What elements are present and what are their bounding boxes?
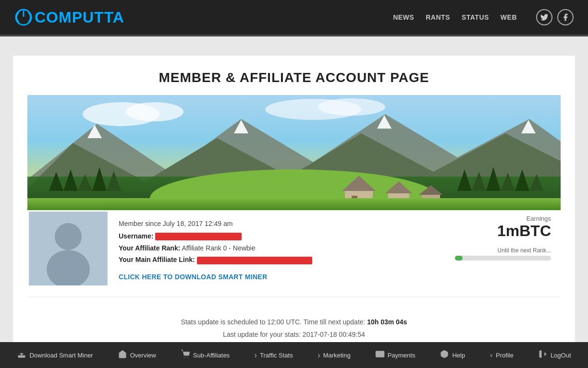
social-icons — [536, 9, 574, 25]
rank-progress-fill — [455, 256, 463, 261]
stats-schedule-text: Stats update is scheduled to 12:00 UTC. … — [181, 318, 366, 326]
svg-point-4 — [126, 102, 184, 121]
affiliate-rank-row: Your Affiliate Rank: Affiliate Rank 0 - … — [119, 244, 436, 252]
svg-point-6 — [318, 98, 385, 116]
chevron-down-icon: ∨ — [490, 353, 493, 358]
nav-web[interactable]: WEB — [501, 13, 517, 21]
banner — [27, 95, 561, 210]
header: COMPUTTA NEWS RANTS STATUS WEB — [0, 0, 588, 35]
svg-point-39 — [184, 357, 184, 358]
svg-point-35 — [55, 223, 82, 250]
bottom-nav: Download Smart Miner Overview Sub-Affili… — [0, 342, 588, 368]
username-redacted — [155, 233, 242, 240]
affiliate-link-redacted — [197, 257, 312, 264]
avatar — [27, 210, 109, 287]
last-update: Last update for your stats: 2017-07-18 0… — [27, 331, 561, 338]
affiliate-link-label: Your Main Affiliate Link: — [119, 256, 195, 263]
earnings-label: Earnings — [455, 215, 551, 222]
earnings-value: 1mBTC — [455, 222, 551, 240]
bottom-nav-overview-label: Overview — [130, 352, 156, 359]
svg-rect-1 — [23, 11, 24, 17]
username-row: Username: — [119, 232, 436, 240]
bottom-nav-logout-label: LogOut — [551, 352, 571, 359]
home-icon — [118, 349, 127, 361]
marketing-icon: › — [318, 350, 320, 360]
facebook-icon[interactable] — [557, 9, 574, 25]
twitter-icon[interactable] — [536, 9, 552, 25]
profile-info: Member since July 18, 2017 12:49 am User… — [109, 210, 445, 281]
nav-news[interactable]: NEWS — [393, 13, 414, 21]
rank-label: Until the next Rank... — [455, 247, 551, 254]
svg-rect-33 — [27, 198, 561, 210]
bottom-nav-payments[interactable]: Payments — [371, 349, 419, 361]
bottom-nav-help-label: Help — [452, 352, 465, 359]
bottom-nav-marketing-label: Marketing — [323, 352, 351, 359]
main-content: MEMBER & AFFILIATE ACCOUNT PAGE — [13, 56, 575, 353]
bottom-nav-help[interactable]: Help — [436, 349, 469, 361]
stats-update: Stats update is scheduled to 12:00 UTC. … — [27, 313, 561, 331]
nav-status[interactable]: STATUS — [462, 13, 489, 21]
bottom-nav-traffic-label: Traffic Stats — [260, 352, 293, 359]
bottom-nav-marketing[interactable]: › Marketing — [314, 350, 355, 360]
logout-icon — [538, 349, 548, 361]
affiliate-rank-value: Affiliate Rank 0 - Newbie — [182, 244, 255, 252]
bottom-nav-logout[interactable]: LogOut — [534, 349, 575, 361]
earnings-panel: Earnings 1mBTC Until the next Rank... — [445, 210, 561, 265]
download-smart-miner-link[interactable]: CLICK HERE TO DOWNLOAD SMART MINER — [119, 273, 267, 281]
download-icon — [17, 349, 26, 361]
bottom-nav-sub-affiliates[interactable]: Sub-Affiliates — [177, 349, 233, 361]
header-nav: NEWS RANTS STATUS WEB — [393, 9, 574, 25]
rank-progress-bar — [455, 256, 551, 261]
bottom-nav-sub-affiliates-label: Sub-Affiliates — [193, 352, 230, 359]
affiliate-rank-label: Your Affiliate Rank: — [119, 244, 180, 252]
member-since: Member since July 18, 2017 12:49 am — [119, 220, 436, 227]
help-icon — [440, 349, 449, 361]
bottom-nav-download-label: Download Smart Miner — [29, 352, 93, 359]
affiliate-link-row: Your Main Affiliate Link: — [119, 256, 436, 264]
logo-text: COMPUTTA — [35, 9, 124, 26]
svg-rect-40 — [375, 351, 384, 357]
bottom-nav-traffic-stats[interactable]: › Traffic Stats — [250, 350, 297, 360]
username-label: Username: — [119, 232, 153, 240]
bottom-nav-payments-label: Payments — [388, 352, 416, 359]
sub-affiliates-icon — [181, 349, 190, 361]
logo[interactable]: COMPUTTA — [14, 8, 124, 26]
bottom-nav-download[interactable]: Download Smart Miner — [13, 349, 97, 361]
traffic-stats-icon: › — [254, 350, 257, 360]
svg-point-38 — [187, 357, 188, 358]
payments-icon — [375, 349, 385, 361]
bottom-nav-profile-label: Profile — [496, 352, 514, 359]
nav-rants[interactable]: RANTS — [426, 13, 450, 21]
bottom-nav-profile[interactable]: ∨ Profile — [486, 352, 517, 359]
stats-time-remaining: 10h 03m 04s — [367, 318, 407, 326]
bottom-nav-overview[interactable]: Overview — [114, 349, 160, 361]
page-title: MEMBER & AFFILIATE ACCOUNT PAGE — [27, 70, 561, 85]
